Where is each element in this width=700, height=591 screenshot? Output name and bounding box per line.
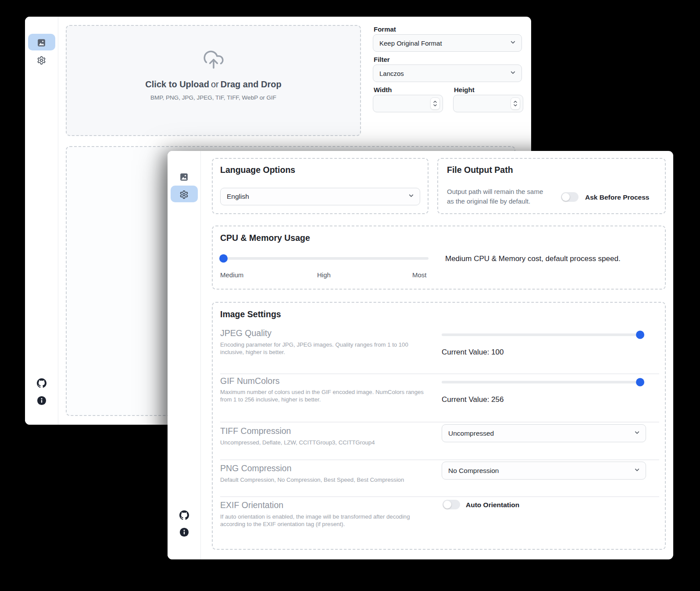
ask-before-process-toggle[interactable] xyxy=(561,192,579,202)
height-input[interactable] xyxy=(453,95,523,112)
exif-orientation-label: EXIF Orientation xyxy=(220,500,283,510)
upload-title: Click to UploadorDrag and Drop xyxy=(67,79,360,90)
png-compression-description: Default Compression, No Compression, Bes… xyxy=(220,476,439,484)
tiff-compression-select[interactable]: Uncompressed xyxy=(442,424,646,442)
png-select-value: No Compression xyxy=(448,467,499,475)
jpeg-quality-description: Encoding parameter for JPG, JPEG images.… xyxy=(220,341,423,356)
settings-gear-icon[interactable] xyxy=(37,56,46,65)
github-icon[interactable] xyxy=(37,378,46,388)
gif-slider-thumb[interactable] xyxy=(636,378,644,387)
chevron-down-icon xyxy=(510,39,516,47)
format-label: Format xyxy=(374,25,396,33)
settings-gear-icon[interactable] xyxy=(179,190,189,199)
row-divider xyxy=(220,496,659,497)
sidebar xyxy=(168,151,201,559)
chevron-down-icon xyxy=(408,193,414,201)
gif-numcolors-slider[interactable] xyxy=(442,381,643,383)
filter-select-value: Lanczos xyxy=(379,70,404,77)
gif-numcolors-description: Maximum number of colors used in the GIF… xyxy=(220,389,430,403)
chevron-down-icon xyxy=(510,69,516,77)
height-label: Height xyxy=(454,86,475,93)
cpu-status-text: Medium CPU & Memory cost, default proces… xyxy=(445,254,621,263)
auto-orientation-label: Auto Orientation xyxy=(466,501,519,509)
auto-orientation-toggle[interactable] xyxy=(443,500,460,509)
exif-orientation-description: If auto orientation is enabled, the imag… xyxy=(220,513,432,528)
output-path-desc-line2: as the original file by default. xyxy=(447,197,530,205)
filter-select[interactable]: Lanczos xyxy=(373,64,522,82)
tiff-compression-label: TIFF Compression xyxy=(220,426,291,436)
filter-label: Filter xyxy=(374,56,390,63)
row-divider xyxy=(220,459,659,460)
upload-title-bold1: Click to Upload xyxy=(145,79,209,89)
sidebar xyxy=(25,17,58,425)
language-options-title: Language Options xyxy=(220,165,295,175)
cpu-tick-most: Most xyxy=(412,271,427,279)
cpu-tick-high: High xyxy=(317,271,331,279)
upload-dropzone[interactable]: Click to UploadorDrag and Drop BMP, PNG,… xyxy=(66,25,361,136)
format-select-value: Keep Original Format xyxy=(379,39,442,47)
language-options-section: Language Options English xyxy=(212,158,429,214)
info-icon[interactable] xyxy=(37,396,46,405)
row-divider xyxy=(220,373,659,374)
tiff-compression-description: Uncompressed, Deflate, LZW, CCITTGroup3,… xyxy=(220,439,439,447)
image-settings-title: Image Settings xyxy=(220,309,281,319)
format-select[interactable]: Keep Original Format xyxy=(373,34,522,52)
row-divider xyxy=(220,422,659,423)
cpu-tick-medium: Medium xyxy=(220,271,243,279)
height-stepper[interactable] xyxy=(511,97,520,110)
desktop-background: Click to UploadorDrag and Drop BMP, PNG,… xyxy=(0,0,700,591)
jpeg-quality-slider[interactable] xyxy=(442,333,643,336)
cpu-slider-thumb[interactable] xyxy=(219,254,228,263)
cpu-memory-section: CPU & Memory Usage Medium High Most Medi… xyxy=(212,226,666,290)
jpeg-slider-thumb[interactable] xyxy=(636,331,644,339)
cpu-memory-slider[interactable] xyxy=(220,257,429,260)
upload-formats: BMP, PNG, JPG, JPEG, TIF, TIFF, WebP or … xyxy=(67,94,360,101)
width-label: Width xyxy=(374,86,392,93)
file-output-path-section: File Output Path Output path will remain… xyxy=(437,158,666,214)
github-icon[interactable] xyxy=(179,510,189,520)
file-output-path-title: File Output Path xyxy=(447,165,513,175)
image-settings-section: Image Settings JPEG Quality Encoding par… xyxy=(212,302,666,550)
cloud-upload-icon xyxy=(203,49,225,72)
width-input[interactable] xyxy=(373,95,443,112)
settings-window: Language Options English File Output Pat… xyxy=(168,151,673,559)
upload-title-bold2: Drag and Drop xyxy=(221,79,282,89)
image-icon[interactable] xyxy=(37,38,46,47)
output-path-description: Output path will remain the same as the … xyxy=(447,187,543,206)
png-compression-select[interactable]: No Compression xyxy=(442,462,646,480)
upload-title-sep: or xyxy=(211,79,219,89)
chevron-down-icon xyxy=(634,466,640,475)
chevron-down-icon xyxy=(634,429,640,437)
width-stepper[interactable] xyxy=(430,97,440,110)
info-icon[interactable] xyxy=(179,527,189,537)
gif-current-value: Current Value: 256 xyxy=(442,395,504,404)
gif-numcolors-label: GIF NumColors xyxy=(220,376,279,386)
tiff-select-value: Uncompressed xyxy=(448,430,494,437)
png-compression-label: PNG Compression xyxy=(220,463,292,473)
output-path-desc-line1: Output path will remain the same xyxy=(447,188,543,195)
cpu-memory-title: CPU & Memory Usage xyxy=(220,233,310,243)
image-icon[interactable] xyxy=(179,172,189,182)
language-select-value: English xyxy=(227,193,249,201)
language-select[interactable]: English xyxy=(220,188,420,205)
jpeg-current-value: Current Value: 100 xyxy=(442,348,504,357)
ask-before-process-label: Ask Before Process xyxy=(585,193,649,201)
jpeg-quality-label: JPEG Quality xyxy=(220,328,271,338)
